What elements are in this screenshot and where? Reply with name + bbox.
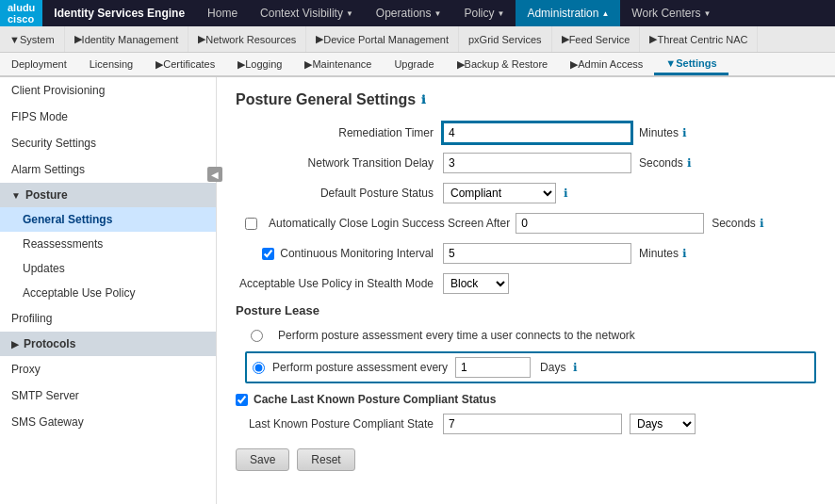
chevron-right-icon: ▶ bbox=[11, 339, 19, 350]
posture-lease-days-label: Days bbox=[540, 361, 565, 374]
tab-licensing[interactable]: Licensing bbox=[78, 53, 144, 75]
sidebar-sub-acceptable-use-policy[interactable]: Acceptable Use Policy bbox=[0, 281, 216, 305]
sidebar-sub-reassessments[interactable]: Reassessments bbox=[0, 232, 216, 256]
reset-button[interactable]: Reset bbox=[297, 448, 354, 471]
page-title: Posture General Settings ℹ bbox=[236, 91, 816, 108]
posture-lease-radio1-row: Perform posture assessment every time a … bbox=[245, 325, 816, 346]
nav-feed-service[interactable]: ▶ Feed Service bbox=[552, 26, 641, 52]
continuous-monitoring-input[interactable] bbox=[443, 243, 631, 264]
tab-logging[interactable]: ▶ Logging bbox=[226, 53, 293, 75]
settings-tabs: Deployment Licensing ▶ Certificates ▶ Lo… bbox=[0, 53, 835, 77]
tab-admin-access[interactable]: ▶ Admin Access bbox=[559, 53, 654, 75]
app-title: Identity Services Engine bbox=[42, 7, 196, 20]
nav-threat-centric[interactable]: ▶ Threat Centric NAC bbox=[640, 26, 758, 52]
tab-backup-restore[interactable]: ▶ Backup & Restore bbox=[446, 53, 560, 75]
sidebar-item-profiling[interactable]: Profiling bbox=[0, 305, 216, 332]
second-nav-bar: ▼ System ▶ Identity Management ▶ Network… bbox=[0, 26, 835, 53]
sidebar-sub-updates[interactable]: Updates bbox=[0, 256, 216, 281]
posture-lease-days-input[interactable] bbox=[455, 357, 531, 378]
remediation-timer-unit: Minutes ℹ bbox=[639, 126, 687, 139]
auto-close-login-row: Automatically Close Login Success Screen… bbox=[236, 213, 816, 234]
sidebar-section-posture[interactable]: ▼ Posture bbox=[0, 183, 216, 207]
sidebar-item-alarm-settings[interactable]: Alarm Settings bbox=[0, 156, 216, 183]
default-posture-status-row: Default Posture Status Compliant Non-Com… bbox=[236, 183, 816, 203]
top-nav-work-centers[interactable]: Work Centers ▼ bbox=[620, 0, 722, 26]
posture-lease-radio1[interactable] bbox=[251, 330, 263, 342]
tab-deployment[interactable]: Deployment bbox=[0, 53, 78, 75]
sidebar-item-proxy[interactable]: Proxy bbox=[0, 356, 216, 382]
top-nav-context-visibility[interactable]: Context Visibility ▼ bbox=[249, 0, 365, 26]
nav-identity-management[interactable]: ▶ Identity Management bbox=[65, 26, 189, 52]
sidebar-item-security-settings[interactable]: Security Settings bbox=[0, 130, 216, 156]
info-icon[interactable]: ℹ bbox=[760, 217, 764, 230]
chevron-down-icon: ▲ bbox=[601, 9, 609, 18]
chevron-down-icon: ▼ bbox=[346, 9, 353, 18]
cache-checkbox-label: Cache Last Known Posture Compliant Statu… bbox=[254, 393, 496, 406]
nav-pxgrid[interactable]: pxGrid Services bbox=[459, 26, 552, 52]
posture-lease-radio2[interactable] bbox=[253, 362, 265, 374]
network-transition-delay-unit: Seconds ℹ bbox=[639, 156, 692, 170]
tab-settings[interactable]: ▼ Settings bbox=[654, 53, 728, 75]
network-transition-delay-input[interactable] bbox=[443, 153, 631, 173]
acceptable-use-policy-row: Acceptable Use Policy in Stealth Mode Bl… bbox=[236, 273, 816, 294]
nav-network-resources[interactable]: ▶ Network Resources bbox=[188, 26, 306, 52]
chevron-down-icon: ▼ bbox=[11, 190, 21, 201]
sidebar-item-smtp-server[interactable]: SMTP Server bbox=[0, 382, 216, 409]
cisco-logo: aluducisco bbox=[0, 0, 42, 26]
info-icon[interactable]: ℹ bbox=[682, 247, 687, 260]
top-nav-links: Home Context Visibility ▼ Operations ▼ P… bbox=[196, 0, 835, 26]
default-posture-status-select[interactable]: Compliant Non-Compliant Unknown bbox=[443, 183, 556, 203]
top-nav-policy[interactable]: Policy ▼ bbox=[452, 0, 516, 26]
top-nav-administration[interactable]: Administration ▲ bbox=[516, 0, 620, 26]
sidebar-collapse-button[interactable]: ◀ bbox=[207, 167, 222, 182]
sidebar: Client Provisioning FIPS Mode Security S… bbox=[0, 77, 217, 504]
cisco-text: aluducisco bbox=[8, 2, 35, 24]
sidebar-item-fips-mode[interactable]: FIPS Mode bbox=[0, 104, 216, 130]
main-layout: ◀ Client Provisioning FIPS Mode Security… bbox=[0, 77, 835, 504]
sidebar-sub-general-settings[interactable]: General Settings bbox=[0, 207, 216, 232]
cache-section: Cache Last Known Posture Compliant Statu… bbox=[236, 393, 816, 434]
button-row: Save Reset bbox=[236, 448, 816, 471]
remediation-timer-row: Remediation Timer Minutes ℹ bbox=[236, 122, 816, 143]
chevron-down-icon: ▼ bbox=[434, 9, 442, 18]
last-known-posture-unit-select[interactable]: Days Hours bbox=[630, 414, 696, 434]
tab-maintenance[interactable]: ▶ Maintenance bbox=[293, 53, 383, 75]
info-icon[interactable]: ℹ bbox=[573, 361, 578, 374]
last-known-posture-state-row: Last Known Posture Compliant State Days … bbox=[236, 414, 816, 434]
continuous-monitoring-row: Continuous Monitoring Interval Minutes ℹ bbox=[236, 243, 816, 264]
top-nav-bar: aluducisco Identity Services Engine Home… bbox=[0, 0, 835, 26]
sidebar-item-sms-gateway[interactable]: SMS Gateway bbox=[0, 409, 216, 435]
acceptable-use-policy-select[interactable]: Block Allow bbox=[443, 273, 509, 294]
continuous-monitoring-label: Continuous Monitoring Interval bbox=[280, 247, 434, 260]
continuous-monitoring-checkbox[interactable] bbox=[262, 248, 274, 260]
tab-certificates[interactable]: ▶ Certificates bbox=[144, 53, 226, 75]
acceptable-use-policy-label: Acceptable Use Policy in Stealth Mode bbox=[236, 277, 443, 290]
save-button[interactable]: Save bbox=[236, 448, 289, 471]
last-known-posture-state-unit: Days Hours bbox=[630, 414, 696, 434]
default-posture-status-label: Default Posture Status bbox=[236, 187, 443, 200]
network-transition-delay-row: Network Transition Delay Seconds ℹ bbox=[236, 153, 816, 173]
last-known-posture-state-label: Last Known Posture Compliant State bbox=[236, 417, 443, 431]
posture-lease-title: Posture Lease bbox=[236, 303, 816, 317]
tab-upgrade[interactable]: Upgrade bbox=[383, 53, 445, 75]
last-known-posture-state-input[interactable] bbox=[443, 414, 622, 434]
info-icon[interactable]: ℹ bbox=[687, 156, 692, 170]
top-nav-operations[interactable]: Operations ▼ bbox=[365, 0, 453, 26]
continuous-monitoring-unit: Minutes ℹ bbox=[639, 247, 687, 260]
posture-lease-radio2-row: Perform posture assessment every Days ℹ bbox=[245, 351, 816, 383]
sidebar-item-client-provisioning[interactable]: Client Provisioning bbox=[0, 77, 216, 104]
chevron-down-icon: ▼ bbox=[703, 9, 711, 18]
nav-system[interactable]: ▼ System bbox=[0, 26, 65, 52]
info-icon[interactable]: ℹ bbox=[564, 187, 568, 200]
remediation-timer-input[interactable] bbox=[443, 122, 631, 143]
auto-close-login-input[interactable] bbox=[516, 213, 704, 234]
nav-device-portal[interactable]: ▶ Device Portal Management bbox=[306, 26, 459, 52]
auto-close-login-checkbox[interactable] bbox=[245, 218, 257, 230]
info-icon[interactable]: ℹ bbox=[421, 93, 426, 106]
cache-checkbox[interactable] bbox=[236, 394, 248, 406]
info-icon[interactable]: ℹ bbox=[682, 126, 687, 139]
sidebar-section-protocols[interactable]: ▶ Protocols bbox=[0, 332, 216, 356]
top-nav-home[interactable]: Home bbox=[196, 0, 249, 26]
cache-checkbox-row: Cache Last Known Posture Compliant Statu… bbox=[236, 393, 816, 406]
remediation-timer-label: Remediation Timer bbox=[236, 126, 443, 139]
